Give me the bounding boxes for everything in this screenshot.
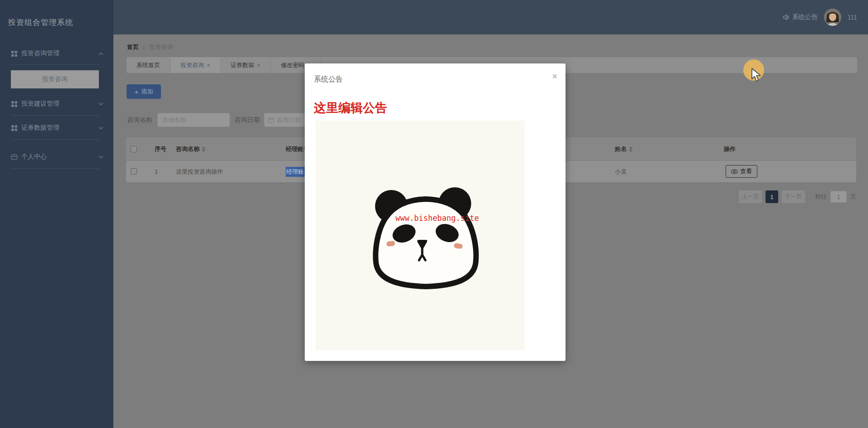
cell-person-name: 小吴	[615, 161, 627, 182]
calendar-icon	[268, 117, 274, 123]
announcement-label: 系统公告	[792, 13, 818, 21]
column-header-label: 操作	[724, 145, 736, 153]
column-header-name: 姓名	[615, 137, 633, 161]
tab-label: 投资咨询	[180, 61, 204, 69]
modal-title: 系统公告	[314, 75, 343, 84]
top-header: 系统公告 111	[113, 0, 868, 34]
column-header-consult-name: 咨询名称	[176, 137, 205, 161]
tab-investment-consult[interactable]: 投资咨询 ×	[171, 57, 221, 73]
tab-label: 证券数据	[231, 61, 254, 69]
sidebar-item-label: 证券数据管理	[21, 124, 59, 132]
tab-securities-data[interactable]: 证券数据 ×	[221, 57, 271, 73]
grid-menu-icon	[11, 101, 18, 107]
add-button[interactable]: + 添加	[127, 84, 161, 99]
sort-carets-icon[interactable]	[202, 146, 205, 152]
chevron-down-icon	[98, 126, 103, 130]
plus-icon: +	[135, 88, 139, 95]
app-title: 投资组合管理系统	[8, 17, 73, 28]
consult-name-input[interactable]	[157, 113, 230, 127]
username: 111	[848, 14, 857, 21]
sidebar-divider	[11, 139, 100, 140]
column-header-label: 姓名	[615, 145, 627, 153]
sidebar-divider	[11, 115, 100, 116]
breadcrumb: 首页 // 投资咨询	[127, 43, 173, 51]
sidebar-item-label: 投资建议管理	[21, 100, 59, 108]
prev-page-button[interactable]: 上一页	[739, 190, 762, 203]
column-header-index: 序号	[155, 137, 166, 161]
avatar[interactable]	[824, 9, 841, 26]
sort-carets-icon[interactable]	[629, 146, 633, 152]
column-header-actions: 操作	[724, 137, 736, 161]
grid-menu-icon	[11, 125, 18, 131]
breadcrumb-current: 投资咨询	[149, 43, 173, 51]
chevron-down-icon	[98, 102, 103, 106]
window-icon	[11, 154, 18, 160]
tab-close-icon[interactable]: ×	[257, 62, 261, 68]
sidebar: 投资组合管理系统 投资咨询管理 投资咨询 投资建议管理	[0, 0, 113, 428]
header-right: 系统公告 111	[782, 0, 857, 34]
tab-label: 系统首页	[137, 61, 160, 69]
consult-date-label: 咨询日期	[234, 113, 260, 127]
row-checkbox[interactable]	[131, 168, 137, 175]
eye-icon	[731, 169, 738, 174]
sidebar-item-securities-data-mgmt[interactable]: 证券数据管理	[0, 119, 113, 137]
add-button-label: 添加	[141, 88, 153, 96]
next-page-button[interactable]: 下一页	[782, 190, 805, 203]
cell-index: 1	[155, 161, 158, 182]
announcement-image: www.bishebang.site	[316, 121, 525, 350]
sidebar-divider	[11, 168, 100, 169]
speaker-icon	[782, 14, 790, 21]
sidebar-item-label: 投资咨询管理	[21, 49, 59, 58]
tab-close-icon[interactable]: ×	[207, 62, 210, 68]
column-header-label: 咨询名称	[176, 145, 200, 153]
sidebar-subitem-label: 投资咨询	[42, 75, 68, 83]
chevron-down-icon	[98, 156, 103, 159]
announcement-button[interactable]: 系统公告	[782, 13, 818, 21]
sidebar-divider	[11, 64, 100, 65]
page-unit-label: 页	[850, 193, 856, 201]
app-root: 系统公告 111 投资组合管理系统 投资咨询管理	[0, 0, 868, 428]
page-number-active[interactable]: 1	[766, 190, 778, 203]
announcement-heading: 这里编辑公告	[314, 100, 387, 116]
tab-system-home[interactable]: 系统首页	[127, 57, 171, 73]
goto-page-input[interactable]	[830, 191, 847, 203]
cell-consult-name: 这里投资咨询操作	[176, 161, 223, 182]
breadcrumb-home[interactable]: 首页	[127, 43, 139, 51]
watermark-text: www.bishebang.site	[395, 214, 479, 223]
tab-label: 修改密码	[281, 61, 304, 69]
sidebar-item-investment-advice-mgmt[interactable]: 投资建议管理	[0, 95, 113, 113]
view-button-label: 查看	[740, 167, 752, 175]
sidebar-item-label: 个人中心	[21, 153, 47, 161]
sidebar-subitem-investment-consult[interactable]: 投资咨询	[11, 70, 99, 88]
grid-menu-icon	[11, 50, 18, 57]
sidebar-item-personal-center[interactable]: 个人中心	[0, 148, 113, 166]
consult-name-label: 咨询名称	[127, 113, 152, 127]
close-icon[interactable]: ×	[552, 72, 557, 81]
mouse-cursor-icon	[751, 68, 763, 84]
column-header-label: 序号	[155, 145, 166, 153]
chevron-up-icon	[98, 52, 103, 55]
breadcrumb-separator: //	[142, 44, 146, 51]
view-button[interactable]: 查看	[726, 165, 757, 178]
announcement-modal: 系统公告 × 这里编辑公告 www.bishebang.site	[305, 63, 566, 361]
goto-label: 前往	[815, 193, 827, 201]
panda-illustration	[316, 121, 525, 350]
select-all-checkbox[interactable]	[131, 146, 137, 152]
sidebar-item-investment-consult-mgmt[interactable]: 投资咨询管理	[0, 44, 113, 63]
